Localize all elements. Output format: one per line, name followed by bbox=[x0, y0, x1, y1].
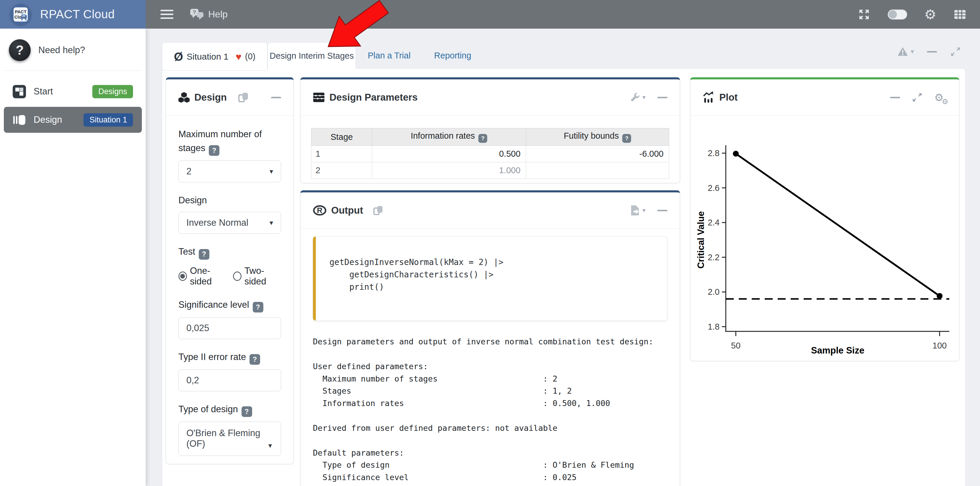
svg-text:2.4: 2.4 bbox=[708, 218, 719, 227]
copy-icon[interactable] bbox=[238, 92, 249, 103]
r-logo-icon: R bbox=[313, 205, 326, 216]
cubes-icon bbox=[178, 92, 189, 103]
sidebar-toggle-icon[interactable] bbox=[161, 10, 173, 19]
svg-text:2.2: 2.2 bbox=[708, 253, 719, 262]
copy-icon[interactable] bbox=[373, 205, 384, 216]
significance-label: Significance level? bbox=[178, 298, 281, 312]
critical-value-chart: 1.82.02.22.42.62.850100Sample SizeCritic… bbox=[690, 116, 959, 361]
max-stages-select[interactable]: 2 ▾ bbox=[178, 161, 281, 182]
heart-icon[interactable]: ♥ bbox=[235, 52, 242, 62]
help-badge-icon[interactable]: ? bbox=[250, 354, 260, 365]
sidebar-menu: Start Designs Design Situation 1 bbox=[0, 71, 146, 141]
column-header-futility-bounds: Futility bounds? bbox=[526, 128, 669, 146]
expand-card-icon[interactable] bbox=[950, 46, 961, 57]
wrench-icon bbox=[630, 92, 640, 102]
tab-situation[interactable]: Ø Situation 1 ♥ (0) bbox=[162, 42, 267, 71]
question-chalkboard-icon: ? bbox=[9, 39, 31, 61]
r-code-block[interactable]: getDesignInverseNormal(kMax = 2) |> getD… bbox=[313, 236, 667, 321]
navbar-actions: ⚙ bbox=[858, 8, 966, 21]
design-panel-title: Design bbox=[194, 92, 227, 103]
design-panel-header: Design bbox=[166, 80, 293, 116]
chevron-down-icon: ▾ bbox=[270, 219, 273, 227]
svg-text:1.8: 1.8 bbox=[708, 322, 719, 331]
grid-apps-icon[interactable] bbox=[953, 8, 966, 21]
svg-text:?: ? bbox=[192, 9, 196, 15]
test-label: Test? bbox=[178, 245, 281, 260]
sidebar-item-label: Design bbox=[33, 115, 62, 125]
help-menu[interactable]: ? Help bbox=[190, 8, 228, 21]
tab-reporting[interactable]: Reporting bbox=[422, 42, 483, 69]
information-rate-cell[interactable]: 1.000 bbox=[372, 162, 526, 179]
type-of-design-select[interactable]: O'Brien & Fleming (OF) ▾ bbox=[178, 422, 281, 456]
warnings-dropdown[interactable]: ▾ bbox=[897, 47, 914, 57]
expand-panel-icon[interactable] bbox=[912, 92, 923, 103]
table-row: 1 0.500 -6.000 bbox=[312, 146, 669, 162]
help-badge-icon[interactable]: ? bbox=[478, 134, 487, 143]
fullscreen-icon[interactable] bbox=[858, 8, 870, 21]
sidebar-item-design[interactable]: Design Situation 1 bbox=[4, 107, 142, 133]
design-panel: Design Maximum number of stages? 2 ▾ Des… bbox=[166, 77, 294, 464]
plot-panel: Plot ⚙⚙ 1.82.02.22.42.62.850100Sample Si… bbox=[690, 77, 959, 361]
collapse-panel-icon[interactable] bbox=[657, 210, 667, 211]
designs-badge: Designs bbox=[92, 85, 133, 98]
dark-mode-toggle[interactable] bbox=[888, 10, 907, 19]
settings-gear-icon[interactable]: ⚙ bbox=[924, 8, 936, 21]
help-badge-icon[interactable]: ? bbox=[242, 406, 252, 417]
warning-triangle-icon bbox=[897, 47, 908, 57]
design-parameters-panel: Design Parameters ▾ Stage Information ra… bbox=[300, 77, 680, 183]
tab-bar: Ø Situation 1 ♥ (0) Design Interim Stage… bbox=[162, 42, 483, 69]
rpact-logo-icon: PACT Cloud R bbox=[10, 4, 31, 25]
top-navbar: ? Help ⚙ bbox=[146, 0, 980, 29]
collapse-panel-icon[interactable] bbox=[657, 97, 667, 98]
sidebar: ? Need help? Start Designs bbox=[0, 29, 146, 486]
sidebar-item-label: Start bbox=[33, 86, 53, 97]
collapse-panel-icon[interactable] bbox=[890, 97, 900, 98]
significance-input[interactable] bbox=[178, 317, 281, 339]
radio-one-sided[interactable]: One-sided bbox=[178, 266, 227, 287]
type2-input[interactable] bbox=[178, 370, 281, 391]
r-output-text: Design parameters and output of inverse … bbox=[313, 336, 667, 484]
need-help-item[interactable]: ? Need help? bbox=[0, 29, 146, 70]
tab-plan-a-trial[interactable]: Plan a Trial bbox=[356, 42, 422, 69]
svg-text:2.6: 2.6 bbox=[708, 183, 719, 193]
help-badge-icon[interactable]: ? bbox=[622, 134, 631, 143]
stage-cell: 1 bbox=[312, 146, 372, 162]
help-badge-icon[interactable]: ? bbox=[209, 145, 220, 156]
tab-actions: ▾ bbox=[897, 46, 961, 57]
table-row: 2 1.000 bbox=[312, 162, 669, 179]
help-badge-icon[interactable]: ? bbox=[253, 302, 263, 312]
tools-dropdown[interactable]: ▾ bbox=[630, 92, 646, 102]
svg-text:100: 100 bbox=[932, 341, 947, 350]
top-header: PACT Cloud R RPACT Cloud ? Help bbox=[0, 0, 980, 29]
futility-bound-cell[interactable] bbox=[526, 162, 669, 179]
plot-settings-gears-icon[interactable]: ⚙⚙ bbox=[934, 91, 944, 104]
type-of-design-value: O'Brien & Fleming (OF) bbox=[186, 428, 273, 449]
tab-design-interim-stages[interactable]: Design Interim Stages bbox=[267, 42, 356, 69]
design-select-label: Design bbox=[178, 194, 281, 207]
radio-dot-selected bbox=[178, 271, 187, 281]
output-panel: R Output ▾ getDesignInverseNormal(kMax = bbox=[300, 190, 680, 486]
max-stages-value: 2 bbox=[186, 166, 191, 177]
favorites-count: (0) bbox=[245, 52, 255, 61]
start-icon bbox=[13, 85, 26, 98]
collapse-panel-icon[interactable] bbox=[271, 97, 281, 98]
brand-link[interactable]: PACT Cloud R RPACT Cloud bbox=[0, 0, 146, 29]
sidebar-item-start[interactable]: Start Designs bbox=[4, 79, 142, 104]
collapse-card-icon[interactable] bbox=[927, 51, 937, 53]
output-header: R Output ▾ bbox=[301, 193, 680, 229]
radio-two-sided[interactable]: Two-sided bbox=[233, 266, 281, 287]
futility-bound-cell[interactable]: -6.000 bbox=[526, 146, 669, 162]
file-export-icon bbox=[630, 205, 640, 216]
export-dropdown[interactable]: ▾ bbox=[630, 205, 646, 216]
column-header-stage: Stage bbox=[312, 128, 372, 146]
svg-text:Critical Value: Critical Value bbox=[696, 211, 706, 269]
information-rate-cell[interactable]: 0.500 bbox=[372, 146, 526, 162]
brand-title: RPACT Cloud bbox=[40, 8, 115, 21]
empty-set-icon: Ø bbox=[174, 51, 183, 62]
plot-title: Plot bbox=[719, 92, 738, 103]
help-badge-icon[interactable]: ? bbox=[199, 249, 209, 260]
chevron-down-icon: ▾ bbox=[911, 48, 914, 55]
chart-icon bbox=[703, 91, 714, 103]
stage-cell: 2 bbox=[312, 162, 372, 179]
design-select[interactable]: Inverse Normal ▾ bbox=[178, 212, 281, 234]
